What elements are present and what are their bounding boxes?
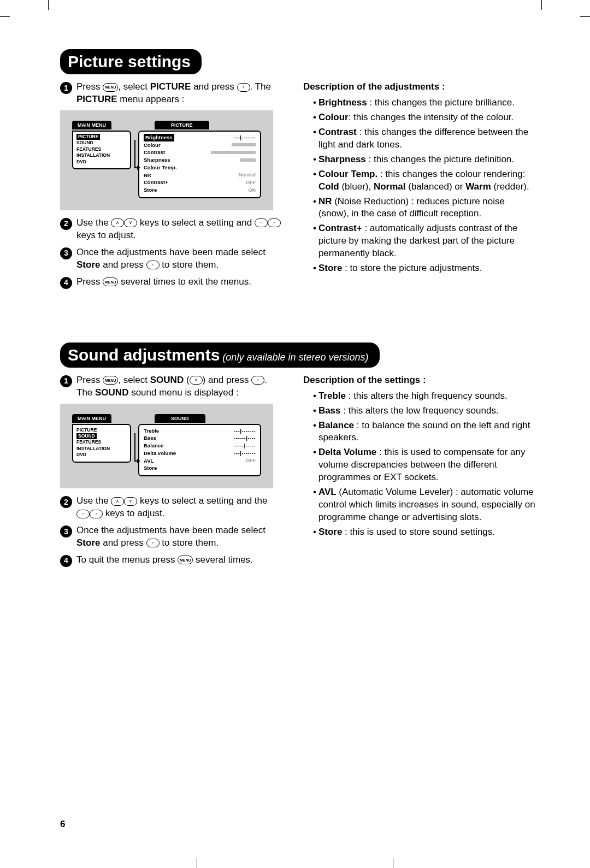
page: Picture settings 1 Press MENU, select PI… <box>0 0 590 868</box>
heading-text: Sound adjustments <box>68 346 220 364</box>
desc-text: Colour: this changes the intensity of th… <box>318 111 514 124</box>
desc-item: •Treble : this alters the high frequency… <box>313 390 535 403</box>
osd-row: Sharpness <box>144 156 256 164</box>
menu-button-icon: MENU <box>103 277 118 286</box>
desc-item: •Colour Temp. : this changes the colour … <box>313 168 535 193</box>
desc-item: •Store : this is used to store sound set… <box>313 526 535 539</box>
heading-text: Picture settings <box>68 52 191 70</box>
right-button-icon: › <box>251 376 264 385</box>
desc-text: Contrast+ : automatically adjusts contra… <box>318 222 535 260</box>
step-number-icon: 2 <box>60 496 72 508</box>
desc-item: •NR (Noise Reduction) : reduces picture … <box>313 196 535 221</box>
picture-desc-heading: Description of the adjustments : <box>303 81 535 93</box>
up-button-icon: ∧ <box>111 497 124 506</box>
left-button-icon: ‹ <box>76 510 90 518</box>
bullet-icon: • <box>313 390 318 403</box>
osd-row-label: Balance <box>144 442 163 450</box>
menu-button-icon: MENU <box>103 376 118 385</box>
osd-row: NRNormal <box>144 172 256 179</box>
desc-item: •Balance : to balance the sound on the l… <box>313 420 535 445</box>
osd-main-tab: MAIN MENU <box>72 414 111 423</box>
osd-row: Colour <box>144 141 256 149</box>
osd-row-label: Sharpness <box>144 156 170 164</box>
osd-row-label: AVL <box>144 457 154 465</box>
menu-button-icon: MENU <box>178 556 193 564</box>
osd-slider-value: -----|----- <box>234 442 256 450</box>
step-number-icon: 1 <box>60 375 72 387</box>
sound-step-3-text: Once the adjustments have been made sele… <box>76 524 281 550</box>
osd-main-item: FEATURES <box>76 146 127 152</box>
bullet-icon: • <box>313 405 318 417</box>
step-number-icon: 1 <box>60 82 72 94</box>
picture-left-column: 1 Press MENU, select PICTURE and press ›… <box>60 81 281 293</box>
bullet-icon: • <box>313 97 318 109</box>
desc-item: •Colour: this changes the intensity of t… <box>313 111 535 124</box>
osd-row: StoreON <box>144 186 256 194</box>
desc-text: Treble : this alters the high frequency … <box>318 390 508 403</box>
osd-row-label: Treble <box>144 427 159 435</box>
page-number: 6 <box>60 819 65 830</box>
picture-osd: MAIN MENU PICTURESOUNDFEATURESINSTALLATI… <box>60 110 273 210</box>
osd-row: AVLOFF <box>144 457 256 465</box>
right-button-icon: › <box>146 539 160 547</box>
right-button-icon: › <box>268 219 281 227</box>
osd-row: Store <box>144 464 256 472</box>
sound-step-1-text: Press MENU, select SOUND (∨) and press ›… <box>76 374 281 399</box>
bullet-icon: • <box>313 486 318 524</box>
osd-slider-value: ---|------- <box>234 427 256 435</box>
sound-desc-heading: Description of the settings : <box>303 374 535 387</box>
osd-row-label: Brightness <box>144 134 174 141</box>
osd-main-item: FEATURES <box>76 439 127 445</box>
osd-row-label: Bass <box>144 434 156 442</box>
osd-text-value: OFF <box>246 457 256 464</box>
step-4-text: Press MENU several times to exit the men… <box>76 276 281 289</box>
osd-row-label: NR <box>144 172 151 179</box>
desc-text: Contrast : this changes the difference b… <box>318 126 535 151</box>
desc-item: •Delta Volume : this is used to compensa… <box>313 446 535 484</box>
osd-text-value: OFF <box>246 179 256 186</box>
sound-desc-list: •Treble : this alters the high frequency… <box>303 390 535 539</box>
step-number-icon: 4 <box>60 277 72 289</box>
osd-row-label: Colour Temp. <box>144 164 177 172</box>
crop-mark <box>0 16 10 17</box>
bullet-icon: • <box>313 126 318 151</box>
desc-item: •Store : to store the picture adjustment… <box>313 262 535 275</box>
section-heading-picture: Picture settings <box>60 49 202 74</box>
osd-bar-value <box>232 143 256 146</box>
down-button-icon: ∨ <box>124 497 137 506</box>
osd-sub-tab: SOUND <box>155 414 205 423</box>
osd-bar-value <box>240 158 256 162</box>
step-2-text: Use the ∧∨ keys to select a setting and … <box>76 217 281 242</box>
osd-row-label: Delta volume <box>144 450 176 457</box>
desc-text: Colour Temp. : this changes the colour r… <box>318 168 535 193</box>
osd-row: Contrast+OFF <box>144 179 256 186</box>
bullet-icon: • <box>313 196 318 221</box>
osd-main-item: PICTURE <box>76 134 127 140</box>
osd-bar-value <box>211 151 256 154</box>
bullet-icon: • <box>313 168 318 193</box>
osd-slider-value: ---|------- <box>234 450 256 457</box>
desc-text: Delta Volume : this is used to compensat… <box>318 446 535 484</box>
bullet-icon: • <box>313 222 318 260</box>
step-number-icon: 2 <box>60 218 72 230</box>
crop-mark <box>580 16 590 17</box>
bullet-icon: • <box>313 420 318 445</box>
osd-row: Delta volume---|------- <box>144 450 256 457</box>
up-button-icon: ∧ <box>111 219 124 227</box>
bullet-icon: • <box>313 526 318 539</box>
sound-osd: MAIN MENU PICTURESOUNDFEATURESINSTALLATI… <box>60 404 273 489</box>
osd-main-item: PICTURE <box>76 427 127 433</box>
osd-row-label: Store <box>144 464 157 472</box>
heading-subtitle: (only available in stereo versions) <box>220 352 368 363</box>
desc-item: •Contrast : this changes the difference … <box>313 126 535 151</box>
osd-row: Bass------|---- <box>144 434 256 442</box>
desc-text: AVL (Automatic Volume Leveler) : automat… <box>318 486 535 524</box>
osd-main-item: SOUND <box>76 140 127 146</box>
osd-row-label: Contrast+ <box>144 179 168 186</box>
desc-text: NR (Noise Reduction) : reduces picture n… <box>318 196 535 221</box>
osd-sub-menu: Brightness---|-------ColourContrastSharp… <box>138 131 261 198</box>
osd-connector-icon <box>134 140 137 168</box>
bullet-icon: • <box>313 111 318 124</box>
sound-step-4-text: To quit the menus press MENU several tim… <box>76 554 281 567</box>
sound-left-column: 1 Press MENU, select SOUND (∨) and press… <box>60 374 281 571</box>
